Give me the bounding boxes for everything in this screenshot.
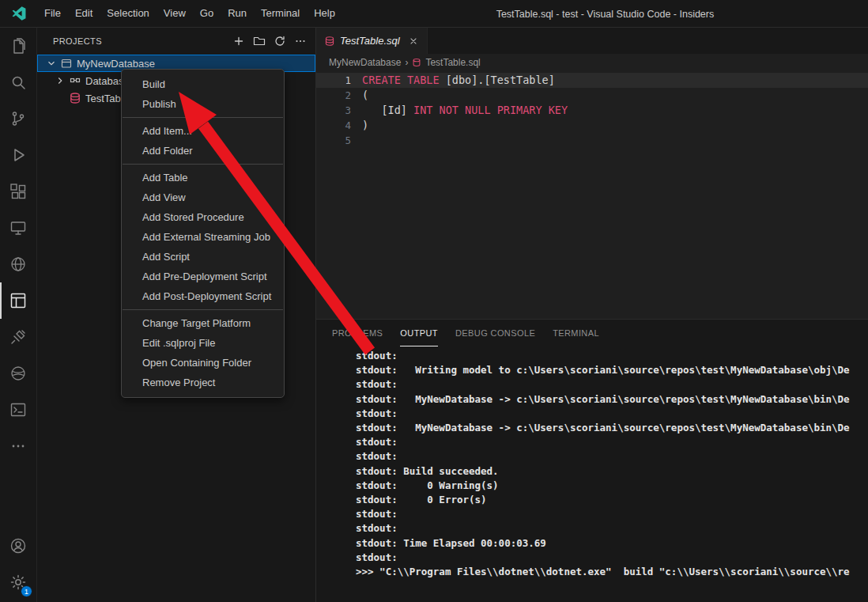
menu-selection[interactable]: Selection bbox=[100, 0, 156, 27]
connection-icon[interactable] bbox=[0, 319, 36, 355]
line-number: 5 bbox=[316, 133, 351, 148]
menu-item-edit-sqlproj-file[interactable]: Edit .sqlproj File bbox=[122, 333, 284, 353]
code-editor[interactable]: 1CREATE TABLE [dbo].[TestTable]2(3 [Id] … bbox=[316, 71, 868, 319]
code-text: ( bbox=[362, 88, 368, 103]
search-icon[interactable] bbox=[0, 64, 36, 100]
title-area: TestTable.sql - test - Visual Studio Cod… bbox=[342, 6, 868, 21]
web-icon[interactable] bbox=[0, 246, 36, 282]
code-text: [Id] INT NOT NULL PRIMARY KEY bbox=[362, 103, 568, 118]
menu-run[interactable]: Run bbox=[221, 0, 254, 27]
menu-item-build[interactable]: Build bbox=[122, 74, 284, 94]
refresh-button[interactable] bbox=[271, 32, 289, 50]
menu-separator bbox=[123, 164, 283, 165]
chevron-down-icon[interactable] bbox=[44, 58, 58, 69]
menu-item-add-stored-procedure[interactable]: Add Stored Procedure bbox=[122, 207, 284, 227]
project-icon bbox=[58, 57, 74, 70]
panel-tabs: PROBLEMSOUTPUTDEBUG CONSOLETERMINAL bbox=[316, 320, 868, 346]
panel-tab-problems[interactable]: PROBLEMS bbox=[332, 320, 383, 346]
menu-item-add-view[interactable]: Add View bbox=[122, 187, 284, 207]
output-line: stdout: Time Elapsed 00:00:03.69 bbox=[356, 536, 868, 551]
database-icon bbox=[412, 58, 421, 67]
menu-item-add-table[interactable]: Add Table bbox=[122, 168, 284, 187]
output-content[interactable]: stdout:stdout: Writing model to c:\Users… bbox=[316, 346, 868, 602]
code-line[interactable]: 2( bbox=[316, 88, 868, 103]
activity-bar-top bbox=[0, 28, 36, 464]
window-title: TestTable.sql - test - Visual Studio Cod… bbox=[496, 9, 715, 20]
open-project-button[interactable] bbox=[251, 32, 268, 50]
panel-tab-debug-console[interactable]: DEBUG CONSOLE bbox=[455, 320, 535, 346]
menu-item-add-item[interactable]: Add Item... bbox=[122, 121, 284, 141]
output-line: stdout: bbox=[356, 407, 868, 421]
menubar: FileEditSelectionViewGoRunTerminalHelp bbox=[37, 0, 342, 27]
breadcrumb-separator: › bbox=[405, 57, 408, 68]
code-lines: 1CREATE TABLE [dbo].[TestTable]2(3 [Id] … bbox=[316, 73, 868, 148]
code-text: ) bbox=[362, 118, 368, 133]
output-line: stdout: bbox=[356, 507, 868, 521]
menu-view[interactable]: View bbox=[157, 0, 193, 27]
output-line: stdout: bbox=[356, 521, 868, 536]
output-line: stdout: bbox=[356, 435, 868, 449]
menu-item-add-pre-deployment-script[interactable]: Add Pre-Deployment Script bbox=[122, 267, 284, 286]
extensions-icon[interactable] bbox=[0, 173, 36, 210]
remote-explorer-icon[interactable] bbox=[0, 210, 36, 246]
output-line: stdout: MyNewDatabase -> c:\Users\scoria… bbox=[356, 421, 868, 435]
menu-go[interactable]: Go bbox=[193, 0, 221, 27]
code-line[interactable]: 3 [Id] INT NOT NULL PRIMARY KEY bbox=[316, 103, 868, 118]
menu-item-add-script[interactable]: Add Script bbox=[122, 247, 284, 267]
panel-tab-terminal[interactable]: TERMINAL bbox=[553, 320, 599, 346]
more-icon[interactable] bbox=[0, 428, 36, 464]
menu-file[interactable]: File bbox=[37, 0, 68, 27]
output-line: stdout: bbox=[356, 349, 868, 363]
run-and-debug-icon[interactable] bbox=[0, 137, 36, 173]
output-line: stdout: bbox=[356, 551, 868, 565]
account-icon[interactable] bbox=[0, 528, 36, 564]
menu-item-publish[interactable]: Publish bbox=[122, 94, 284, 114]
azure-icon[interactable] bbox=[0, 355, 36, 392]
database-projects-icon[interactable] bbox=[0, 282, 36, 319]
menu-item-add-external-streaming-job[interactable]: Add External Streaming Job bbox=[122, 227, 284, 247]
tab-bar: TestTable.sql bbox=[316, 28, 868, 54]
menu-separator bbox=[123, 309, 283, 310]
output-line: stdout: bbox=[356, 449, 868, 464]
source-control-icon[interactable] bbox=[0, 100, 36, 137]
output-line: stdout: 0 Error(s) bbox=[356, 493, 868, 507]
output-line: stdout: Writing model to c:\Users\scoria… bbox=[356, 363, 868, 377]
tab-testtable-sql[interactable]: TestTable.sql bbox=[316, 28, 428, 54]
sidebar-actions bbox=[230, 32, 309, 50]
menu-help[interactable]: Help bbox=[307, 0, 342, 27]
titlebar: FileEditSelectionViewGoRunTerminalHelp T… bbox=[0, 0, 868, 28]
breadcrumb-file[interactable]: TestTable.sql bbox=[425, 57, 480, 68]
output-line: stdout: 0 Warning(s) bbox=[356, 479, 868, 493]
line-number: 3 bbox=[316, 103, 351, 118]
breadcrumb-project[interactable]: MyNewDatabase bbox=[329, 57, 401, 68]
bottom-panel: PROBLEMSOUTPUTDEBUG CONSOLETERMINAL stdo… bbox=[316, 319, 868, 602]
output-line: stdout: MyNewDatabase -> c:\Users\scoria… bbox=[356, 392, 868, 407]
settings-gear-icon[interactable]: 1 bbox=[0, 564, 36, 600]
chevron-right-icon[interactable] bbox=[53, 75, 67, 86]
output-line: >>> "C:\\Program Files\\dotnet\\dotnet.e… bbox=[356, 565, 868, 579]
editor-group: TestTable.sql MyNewDatabase › TestTable.… bbox=[316, 28, 868, 602]
code-line[interactable]: 1CREATE TABLE [dbo].[TestTable] bbox=[316, 73, 868, 88]
menu-item-add-folder[interactable]: Add Folder bbox=[122, 141, 284, 161]
panel-tab-output[interactable]: OUTPUT bbox=[400, 320, 438, 346]
activity-bar: 1 bbox=[0, 28, 37, 602]
output-line: stdout: bbox=[356, 377, 868, 392]
add-project-button[interactable] bbox=[230, 32, 247, 50]
console-icon[interactable] bbox=[0, 392, 36, 428]
menu-terminal[interactable]: Terminal bbox=[254, 0, 307, 27]
menu-item-remove-project[interactable]: Remove Project bbox=[122, 373, 284, 392]
tree-item-label: MyNewDatabase bbox=[77, 58, 155, 70]
sql-file-icon bbox=[67, 92, 83, 104]
more-actions-button[interactable] bbox=[292, 32, 309, 50]
menu-item-change-target-platform[interactable]: Change Target Platform bbox=[122, 313, 284, 333]
line-number: 1 bbox=[316, 73, 351, 88]
code-text: CREATE TABLE [dbo].[TestTable] bbox=[362, 73, 555, 88]
code-line[interactable]: 5 bbox=[316, 133, 868, 148]
close-icon[interactable] bbox=[408, 36, 419, 47]
code-line[interactable]: 4) bbox=[316, 118, 868, 133]
menu-item-open-containing-folder[interactable]: Open Containing Folder bbox=[122, 353, 284, 373]
menu-item-add-post-deployment-script[interactable]: Add Post-Deployment Script bbox=[122, 286, 284, 306]
sidebar-title: PROJECTS bbox=[53, 36, 102, 46]
explorer-icon[interactable] bbox=[0, 28, 36, 64]
menu-edit[interactable]: Edit bbox=[68, 0, 100, 27]
